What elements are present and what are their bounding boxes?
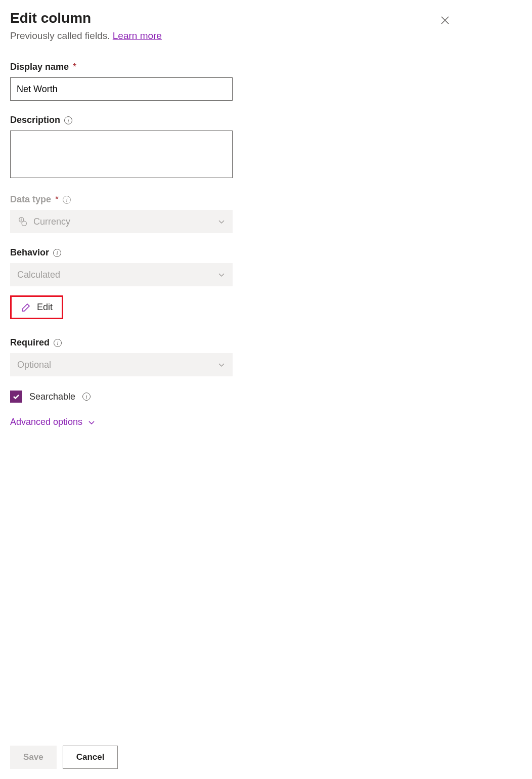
- currency-icon: $: [17, 216, 28, 227]
- learn-more-link[interactable]: Learn more: [113, 30, 162, 41]
- close-icon[interactable]: [439, 14, 451, 26]
- advanced-options-label: Advanced options: [10, 417, 82, 427]
- info-icon[interactable]: i: [64, 116, 72, 124]
- behavior-label-text: Behavior: [10, 247, 49, 258]
- behavior-label: Behavior i: [10, 247, 233, 258]
- svg-point-4: [22, 221, 26, 226]
- edit-behavior-button[interactable]: Edit: [10, 295, 63, 319]
- chevron-down-icon: [87, 418, 96, 426]
- advanced-options-toggle[interactable]: Advanced options: [10, 417, 233, 427]
- display-name-label-text: Display name: [10, 62, 69, 72]
- description-label-text: Description: [10, 115, 60, 125]
- panel-subtitle: Previously called fields. Learn more: [10, 30, 439, 41]
- searchable-label: Searchable: [29, 392, 75, 402]
- description-input[interactable]: [10, 131, 233, 178]
- required-value: Optional: [17, 360, 51, 370]
- info-icon[interactable]: i: [54, 339, 62, 347]
- searchable-checkbox[interactable]: [10, 391, 22, 403]
- display-name-input[interactable]: [10, 77, 233, 101]
- data-type-label: Data type * i: [10, 194, 233, 205]
- svg-text:$: $: [20, 218, 22, 222]
- behavior-value: Calculated: [17, 270, 60, 280]
- chevron-down-icon: [217, 361, 226, 369]
- panel-title: Edit column: [10, 10, 439, 26]
- behavior-select: Calculated: [10, 263, 233, 286]
- data-type-label-text: Data type: [10, 194, 51, 205]
- subtitle-text: Previously called fields.: [10, 30, 113, 41]
- chevron-down-icon: [217, 271, 226, 279]
- data-type-value: Currency: [33, 217, 70, 227]
- pencil-icon: [21, 302, 31, 313]
- info-icon[interactable]: i: [63, 196, 71, 204]
- chevron-down-icon: [217, 218, 226, 226]
- info-icon[interactable]: i: [53, 249, 61, 257]
- check-icon: [12, 393, 20, 401]
- required-asterisk: *: [55, 194, 59, 205]
- required-label: Required i: [10, 337, 233, 348]
- required-asterisk: *: [73, 62, 76, 72]
- edit-button-label: Edit: [37, 302, 53, 313]
- data-type-select: $ Currency: [10, 210, 233, 233]
- info-icon[interactable]: i: [82, 393, 91, 401]
- required-select: Optional: [10, 353, 233, 376]
- description-label: Description i: [10, 115, 233, 125]
- display-name-label: Display name *: [10, 62, 233, 72]
- required-label-text: Required: [10, 337, 50, 348]
